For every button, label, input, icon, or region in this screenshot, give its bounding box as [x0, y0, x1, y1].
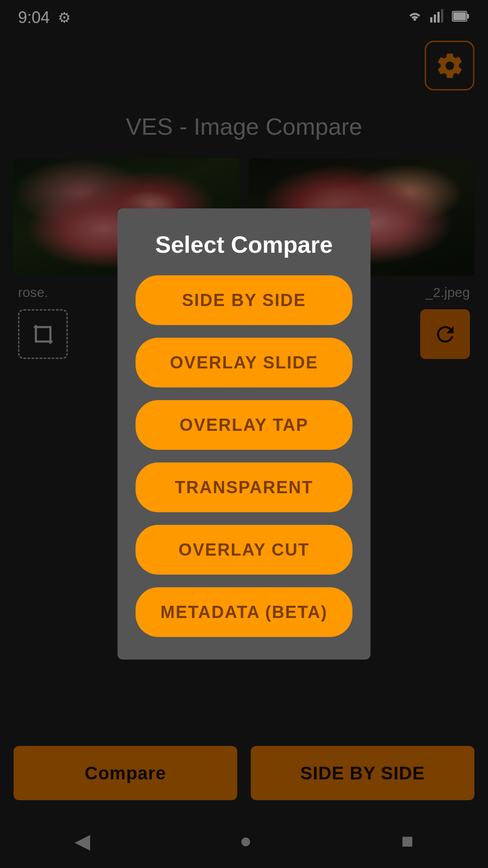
overlay-cut-button[interactable]: OVERLAY CUT — [136, 525, 352, 575]
metadata-beta-button[interactable]: METADATA (BETA) — [136, 587, 352, 637]
overlay-cut-label: OVERLAY CUT — [178, 540, 310, 560]
metadata-beta-label: METADATA (BETA) — [160, 603, 328, 622]
select-compare-modal: Select Compare SIDE BY SIDE OVERLAY SLID… — [117, 208, 371, 660]
overlay-tap-button[interactable]: OVERLAY TAP — [136, 400, 352, 450]
transparent-button[interactable]: TRANSPARENT — [136, 462, 352, 512]
side-by-side-label: SIDE BY SIDE — [182, 291, 306, 310]
overlay-slide-label: OVERLAY SLIDE — [170, 353, 318, 373]
overlay-tap-label: OVERLAY TAP — [179, 415, 308, 435]
overlay-slide-button[interactable]: OVERLAY SLIDE — [136, 338, 352, 387]
side-by-side-button[interactable]: SIDE BY SIDE — [136, 275, 352, 325]
modal-overlay: Select Compare SIDE BY SIDE OVERLAY SLID… — [0, 0, 488, 868]
modal-title: Select Compare — [155, 231, 333, 258]
transparent-label: TRANSPARENT — [175, 478, 313, 497]
